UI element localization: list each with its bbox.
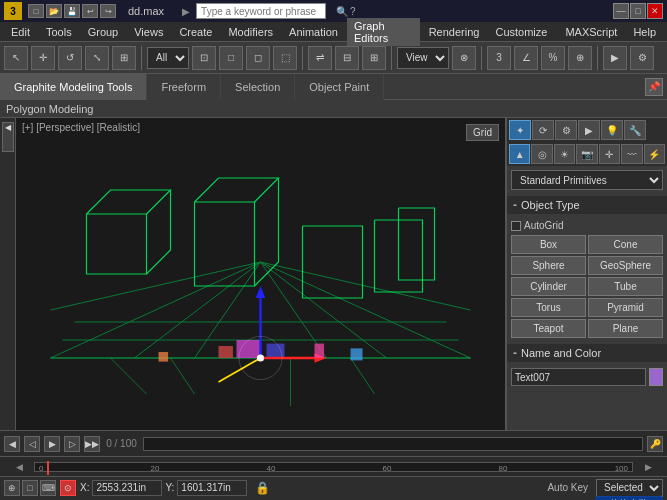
lights-subtab[interactable]: ☀ — [554, 144, 575, 164]
ref-coord[interactable]: ⊞ — [112, 46, 136, 70]
display-panel-tab[interactable]: 💡 — [601, 120, 623, 140]
primitive-type-dropdown[interactable]: Standard Primitives — [511, 170, 663, 190]
array-tool[interactable]: ⊟ — [335, 46, 359, 70]
menu-rendering[interactable]: Rendering — [422, 24, 487, 40]
menu-customize[interactable]: Customize — [488, 24, 554, 40]
save-icon[interactable]: 💾 — [64, 4, 80, 18]
tube-button[interactable]: Tube — [588, 277, 663, 296]
spacewarps-subtab[interactable]: 〰 — [621, 144, 642, 164]
name-color-section[interactable]: - Name and Color — [507, 344, 667, 362]
timeline-prev-btn[interactable]: ◁ — [24, 436, 40, 452]
geometry-subtab[interactable]: ▲ — [509, 144, 530, 164]
snap-icon[interactable]: ⊕ — [4, 480, 20, 496]
select-btn[interactable]: ⊡ — [192, 46, 216, 70]
maximize-button[interactable]: □ — [630, 3, 646, 19]
move-tool[interactable]: ✛ — [31, 46, 55, 70]
tab-graphite-modeling[interactable]: Graphite Modeling Tools — [0, 74, 147, 100]
kbd-shortcut-icon[interactable]: ⌨ — [40, 480, 56, 496]
timeline-back-btn[interactable]: ◀ — [4, 436, 20, 452]
selection-filter[interactable]: All — [147, 47, 189, 69]
x-coord-input[interactable] — [92, 480, 162, 496]
sphere-button[interactable]: Sphere — [511, 256, 586, 275]
menu-help[interactable]: Help — [626, 24, 663, 40]
autogrid-checkbox[interactable]: AutoGrid — [511, 220, 563, 231]
tab-selection[interactable]: Selection — [221, 74, 295, 100]
lasso-select[interactable]: ◻ — [246, 46, 270, 70]
cameras-subtab[interactable]: 📷 — [576, 144, 597, 164]
pyramid-button[interactable]: Pyramid — [588, 298, 663, 317]
object-name-input[interactable] — [511, 368, 646, 386]
teapot-button[interactable]: Teapot — [511, 319, 586, 338]
object-type-section[interactable]: - Object Type — [507, 196, 667, 214]
align-tool[interactable]: ⊞ — [362, 46, 386, 70]
close-button[interactable]: ✕ — [647, 3, 663, 19]
timeline-keymode-btn[interactable]: 🔑 — [647, 436, 663, 452]
redo-icon[interactable]: ↪ — [100, 4, 116, 18]
mirror-tool[interactable]: ⇌ — [308, 46, 332, 70]
tab-object-paint[interactable]: Object Paint — [295, 74, 384, 100]
sep3 — [391, 46, 392, 70]
menu-graph-editors[interactable]: Graph Editors — [347, 18, 420, 46]
menu-group[interactable]: Group — [81, 24, 126, 40]
new-icon[interactable]: □ — [28, 4, 44, 18]
menu-modifiers[interactable]: Modifiers — [221, 24, 280, 40]
render-quick[interactable]: ▶ — [603, 46, 627, 70]
percent-snap[interactable]: % — [541, 46, 565, 70]
utility-panel-tab[interactable]: 🔧 — [624, 120, 646, 140]
open-icon[interactable]: 📂 — [46, 4, 62, 18]
scale-tool[interactable]: ⤡ — [85, 46, 109, 70]
create-panel-tab[interactable]: ✦ — [509, 120, 531, 140]
select-tool[interactable]: ↖ — [4, 46, 28, 70]
timeline-track[interactable] — [143, 437, 643, 451]
viewport-dropdown[interactable]: View — [397, 47, 449, 69]
rotate-tool[interactable]: ↺ — [58, 46, 82, 70]
minimize-button[interactable]: — — [613, 3, 629, 19]
paint-select[interactable]: ⬚ — [273, 46, 297, 70]
region-select[interactable]: □ — [219, 46, 243, 70]
scrubber-track[interactable]: 0 20 40 60 80 100 — [34, 462, 633, 472]
spinner-snap[interactable]: ⊕ — [568, 46, 592, 70]
shapes-subtab[interactable]: ◎ — [531, 144, 552, 164]
angle-snap[interactable]: ∠ — [514, 46, 538, 70]
menu-animation[interactable]: Animation — [282, 24, 345, 40]
systems-subtab[interactable]: ⚡ — [644, 144, 665, 164]
torus-button[interactable]: Torus — [511, 298, 586, 317]
menu-views[interactable]: Views — [127, 24, 170, 40]
lock-icon-area: 🔒 — [255, 481, 270, 495]
search-icon[interactable]: 🔍 — [336, 6, 348, 17]
named-sel[interactable]: ⊗ — [452, 46, 476, 70]
snap-toggle[interactable]: 3 — [487, 46, 511, 70]
cone-button[interactable]: Cone — [588, 235, 663, 254]
timeline-play-btn[interactable]: ▶ — [44, 436, 60, 452]
render-settings[interactable]: ⚙ — [630, 46, 654, 70]
panel-toggle-btn[interactable]: ◀ — [2, 122, 14, 152]
menu-maxscript[interactable]: MAXScript — [558, 24, 624, 40]
color-swatch[interactable] — [649, 368, 663, 386]
timeline-next-btn[interactable]: ▷ — [64, 436, 80, 452]
selection-mode-dropdown[interactable]: Selected — [596, 479, 663, 497]
plane-button[interactable]: Plane — [588, 319, 663, 338]
geosphere-button[interactable]: GeoSphere — [588, 256, 663, 275]
viewport-3d[interactable]: [+] [Perspective] [Realistic] — [16, 118, 507, 430]
cylinder-button[interactable]: Cylinder — [511, 277, 586, 296]
pin-button[interactable]: 📌 — [645, 78, 663, 96]
help-icon[interactable]: ? — [350, 6, 356, 17]
lock-icon[interactable]: 🔒 — [255, 481, 270, 495]
search-input[interactable] — [196, 3, 326, 19]
menu-create[interactable]: Create — [172, 24, 219, 40]
autogrid-check-box[interactable] — [511, 221, 521, 231]
box-button[interactable]: Box — [511, 235, 586, 254]
tab-freeform[interactable]: Freeform — [147, 74, 221, 100]
scrubber-bar[interactable]: ◀ 0 20 40 60 80 100 ▶ — [0, 456, 667, 476]
viewport-icon[interactable]: □ — [22, 480, 38, 496]
menu-edit[interactable]: Edit — [4, 24, 37, 40]
menu-tools[interactable]: Tools — [39, 24, 79, 40]
status-bar: ⊕ □ ⌨ ⊙ X: Y: 🔒 Auto Key Selected — [0, 476, 667, 498]
hierarchy-panel-tab[interactable]: ⚙ — [555, 120, 577, 140]
y-coord-input[interactable] — [177, 480, 247, 496]
modify-panel-tab[interactable]: ⟳ — [532, 120, 554, 140]
undo-icon[interactable]: ↩ — [82, 4, 98, 18]
helpers-subtab[interactable]: ✛ — [599, 144, 620, 164]
motion-panel-tab[interactable]: ▶ — [578, 120, 600, 140]
timeline-fwd-btn[interactable]: ▶▶ — [84, 436, 100, 452]
